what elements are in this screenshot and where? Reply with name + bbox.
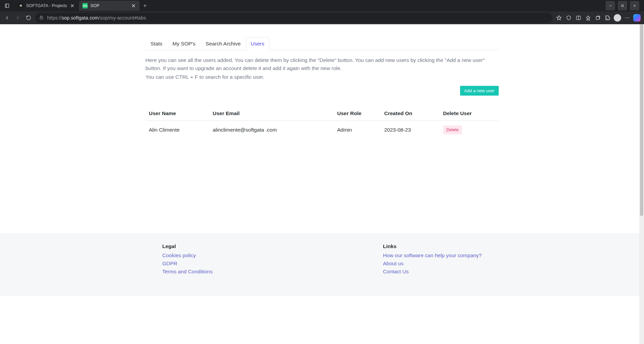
tab-users[interactable]: Users [246, 37, 269, 50]
cell-user-name: Alin Climente [146, 121, 210, 139]
lock-icon [39, 15, 44, 21]
help-p1: Here you can see all the users added. Yo… [146, 56, 499, 72]
browser-tab-title: SOP [90, 3, 128, 8]
footer-link-gdpr[interactable]: GDPR [162, 260, 213, 268]
split-screen-icon[interactable] [574, 13, 583, 22]
col-delete-user: Delete User [440, 107, 499, 121]
page-tabs: Stats My SOP's Search Archive Users [146, 37, 499, 50]
reload-button[interactable] [24, 13, 33, 22]
svg-rect-0 [5, 4, 9, 8]
col-user-email: User Email [210, 107, 334, 121]
svg-point-21 [629, 18, 629, 18]
footer-link-how-help[interactable]: How our software can help your company? [383, 251, 482, 260]
tab-stats[interactable]: Stats [146, 37, 167, 50]
table-row: Alin Climente alinclimente@softgata .com… [146, 121, 499, 139]
svg-marker-16 [586, 16, 590, 20]
copilot-icon[interactable] [633, 13, 641, 22]
browser-chrome: R SOFTGATA - Projects SG SOP [0, 0, 644, 24]
col-user-role: User Role [334, 107, 381, 121]
tracking-icon[interactable] [564, 13, 573, 22]
svg-marker-13 [557, 15, 561, 20]
window-minimize-button[interactable] [606, 1, 615, 10]
table-header-row: User Name User Email User Role Created O… [146, 107, 499, 121]
window-close-button[interactable] [630, 1, 639, 10]
address-url: https://sop.softgata.com/sop/my-account#… [47, 15, 146, 21]
browser-tab-title: SOFTGATA - Projects [26, 3, 67, 8]
new-tab-button[interactable] [140, 1, 150, 10]
close-tab-icon[interactable] [131, 3, 136, 8]
svg-rect-9 [622, 5, 623, 7]
svg-point-19 [625, 18, 626, 18]
profile-avatar[interactable] [613, 13, 622, 22]
favicon-icon: R [18, 3, 24, 8]
cell-user-email: alinclimente@softgata .com [210, 121, 334, 139]
footer-legal-heading: Legal [162, 243, 213, 249]
tab-my-sops[interactable]: My SOP's [167, 37, 200, 50]
help-p2: You can use CTRL + F to search for a spe… [146, 73, 499, 81]
cell-delete-user: Delete [440, 121, 499, 139]
favorite-icon[interactable] [555, 13, 563, 22]
svg-point-20 [627, 18, 628, 18]
more-icon[interactable] [623, 13, 632, 22]
back-button[interactable] [3, 13, 11, 22]
browser-tab-0[interactable]: R SOFTGATA - Projects [15, 1, 78, 11]
tab-search-archive[interactable]: Search Archive [200, 37, 245, 50]
address-bar[interactable]: https://sop.softgata.com/sop/my-account#… [35, 13, 553, 23]
users-table: User Name User Email User Role Created O… [146, 107, 499, 139]
browser-toolbar: https://sop.softgata.com/sop/my-account#… [0, 11, 644, 24]
footer-link-terms[interactable]: Terms and Conditions [162, 268, 213, 276]
footer-links: Links How our software can help your com… [383, 243, 482, 276]
footer-link-contact[interactable]: Contact Us [383, 268, 482, 276]
forward-button[interactable] [13, 13, 22, 22]
footer-legal: Legal Cookies policy GDPR Terms and Cond… [162, 243, 213, 276]
collections-icon[interactable] [594, 13, 602, 22]
window-maximize-button[interactable] [618, 1, 627, 10]
footer-link-about[interactable]: About us [383, 260, 482, 268]
add-user-button[interactable]: Add a new user [460, 86, 498, 96]
favorites-list-icon[interactable] [584, 13, 593, 22]
close-tab-icon[interactable] [70, 3, 75, 8]
footer-link-cookies[interactable]: Cookies policy [162, 251, 213, 260]
cell-user-role: Admin [334, 121, 381, 139]
col-created-on: Created On [381, 107, 440, 121]
tab-actions-icon[interactable] [3, 1, 11, 10]
page-viewport: Stats My SOP's Search Archive Users Here… [0, 24, 644, 344]
cell-created-on: 2023-08-23 [381, 121, 440, 139]
tab-strip: R SOFTGATA - Projects SG SOP [0, 0, 644, 11]
col-user-name: User Name [146, 107, 210, 121]
favicon-icon: SG [82, 3, 88, 8]
svg-rect-12 [40, 17, 43, 19]
scrollbar[interactable] [639, 24, 644, 344]
window-controls [606, 1, 641, 10]
page-footer: Legal Cookies policy GDPR Terms and Cond… [0, 233, 644, 296]
browser-tab-1[interactable]: SG SOP [79, 1, 140, 11]
footer-links-heading: Links [383, 243, 482, 249]
extensions-icon[interactable] [603, 13, 612, 22]
help-text: Here you can see all the users added. Yo… [146, 56, 499, 81]
delete-user-button[interactable]: Delete [443, 126, 462, 134]
svg-rect-18 [596, 16, 599, 20]
